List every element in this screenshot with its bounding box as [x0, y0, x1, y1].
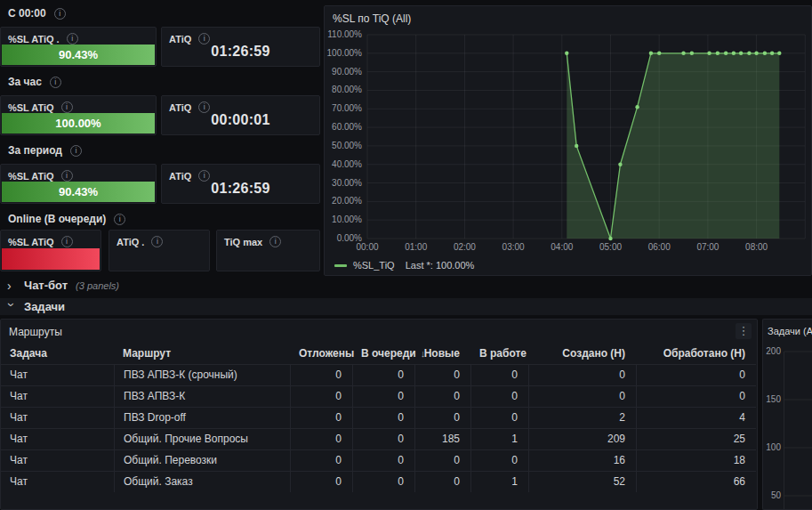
x-tick-label: 07:00	[696, 242, 719, 252]
series-point	[618, 163, 622, 166]
table-cell: ПВЗ Drop-off	[114, 407, 290, 428]
x-tick-label: 00:00	[356, 242, 378, 252]
series-point	[690, 52, 694, 55]
section-title: Online (В очереди)	[8, 213, 106, 225]
routes-table: ЗадачаМаршрутОтложеныВ очереди↓НовыеВ ра…	[1, 343, 756, 492]
info-icon[interactable]: i	[50, 77, 61, 88]
sl-tiq-chart-plot[interactable]: 0.00%10.00%20.00%30.00%40.00%50.00%60.00…	[325, 29, 811, 252]
x-tick-label: 08:00	[745, 242, 768, 252]
stat-value: 01:26:59	[162, 181, 319, 197]
table-cell: 0	[414, 407, 470, 428]
stat-panel-title: %SL ATiQ .	[8, 34, 60, 45]
table-cell: 0	[636, 364, 756, 385]
legend-label: %SL_TiQ	[353, 260, 395, 271]
y-tick-label: 20.00%	[332, 196, 362, 206]
table-panel-title: Маршруты	[1, 320, 757, 338]
stat-value: 01:26:59	[162, 44, 319, 60]
y-tick-label: 100	[766, 442, 781, 452]
stat-panel-title: ATiQ .	[117, 237, 144, 247]
table-cell: 0	[470, 407, 528, 428]
table-cell: 0	[636, 385, 756, 407]
grafana-dashboard: С 00:00 i %SL ATiQ . i 90.43% ATiQ i 01:…	[0, 0, 812, 510]
info-icon[interactable]: i	[54, 8, 66, 20]
table-row: ЧатПВЗ АПВЗ-К000000	[1, 385, 756, 407]
table-cell: 0	[290, 364, 352, 385]
table-row: ЧатПВЗ Drop-off000024	[1, 407, 756, 428]
series-point	[565, 52, 568, 55]
table-cell: Чат	[1, 407, 114, 428]
stat-panel-title: %SL ATiQ	[8, 171, 54, 182]
table-cell: 0	[290, 449, 352, 471]
stat-panel-title: %SL ATiQ	[8, 102, 54, 113]
table-cell: Общий. Заказ	[114, 471, 290, 492]
table-cell: 2	[528, 407, 636, 428]
row-title: Задачи	[24, 300, 65, 313]
series-point	[575, 144, 578, 148]
table-header-cell[interactable]: Задача	[1, 343, 114, 364]
row-panel-count: (3 panels)	[76, 280, 119, 291]
table-cell: Чат	[1, 449, 114, 471]
dashboard-row-chatbot[interactable]: › Чат-бот (3 panels)	[0, 277, 812, 294]
stat-value: 100.00%	[55, 117, 100, 130]
table-cell: 0	[414, 449, 470, 471]
series-point	[754, 52, 758, 55]
table-header-cell[interactable]: Маршрут	[114, 343, 290, 364]
info-icon[interactable]: i	[61, 236, 73, 247]
info-icon[interactable]: i	[151, 236, 163, 247]
series-point	[707, 52, 711, 55]
section-header-online: Online (В очереди) i	[8, 211, 125, 227]
y-tick-label: 100.00%	[327, 48, 363, 58]
table-cell: 0	[470, 385, 528, 407]
table-cell: 0	[352, 449, 414, 471]
table-cell: 0	[528, 364, 636, 385]
table-cell: 0	[470, 364, 528, 385]
table-cell: 1	[470, 428, 528, 449]
section-title: С 00:00	[8, 7, 46, 20]
series-point	[681, 52, 685, 55]
info-icon[interactable]: i	[61, 101, 73, 113]
section-title: За час	[8, 76, 42, 88]
info-icon[interactable]: i	[70, 145, 82, 157]
table-header-row: ЗадачаМаршрутОтложеныВ очереди↓НовыеВ ра…	[1, 343, 756, 364]
stat-panel-sl-atiq-since: %SL ATiQ . i 90.43%	[0, 27, 157, 67]
table-header-cell[interactable]: Отложены	[290, 343, 352, 364]
legend-last-value: Last *: 100.00%	[406, 260, 475, 271]
dashboard-row-tasks[interactable]: › Задачи	[0, 298, 812, 315]
stat-panel-title: ATiQ	[169, 171, 191, 182]
y-tick-label: 90.00%	[332, 67, 362, 77]
x-tick-label: 04:00	[551, 242, 573, 252]
table-header-cell[interactable]: Создано (Н)	[528, 343, 636, 364]
tasks-chart-plot[interactable]: 20015010050	[763, 341, 812, 510]
legend-item-sl-tiq[interactable]: %SL_TiQ Last *: 100.00%	[334, 260, 474, 271]
table-cell: 66	[636, 471, 756, 492]
info-icon[interactable]: i	[61, 170, 73, 182]
y-tick-label: 80.00%	[332, 85, 362, 94]
info-icon[interactable]: i	[67, 33, 78, 45]
x-tick-label: 05:00	[599, 242, 622, 252]
gauge-bar-green: 100.00%	[2, 113, 155, 134]
table-header-cell[interactable]: В очереди↓	[352, 343, 414, 364]
table-cell: 209	[528, 428, 636, 449]
stat-panel-sl-atiq-online: %SL ATiQ i	[0, 230, 101, 271]
y-tick-label: 50.00%	[332, 141, 362, 150]
series-point	[724, 52, 728, 55]
stat-value: 90.43%	[59, 48, 98, 61]
table-header-cell[interactable]: В работе	[470, 343, 528, 364]
table-cell: 18	[636, 449, 756, 471]
y-tick-label: 60.00%	[332, 122, 362, 132]
info-icon[interactable]: i	[114, 214, 125, 225]
x-tick-label: 03:00	[502, 242, 525, 252]
table-cell: 0	[352, 385, 414, 407]
chart-title: Задачи (All)	[763, 320, 812, 336]
table-header-cell[interactable]: Обработано (Н)	[636, 343, 756, 364]
kebab-menu-icon[interactable]: ⋮	[736, 323, 752, 339]
table-header-cell[interactable]: Новые	[414, 343, 470, 364]
table-cell: 0	[470, 449, 528, 471]
table-row: ЧатОбщий. Перевозки00001618	[1, 449, 756, 471]
info-icon[interactable]: i	[269, 236, 281, 247]
table-cell: 0	[290, 407, 352, 428]
series-point	[732, 52, 736, 55]
stat-value: 90.43%	[59, 185, 98, 198]
table-cell: 0	[290, 471, 352, 492]
table-row: ЧатОбщий. Прочие Вопросы00185120925	[1, 428, 756, 449]
